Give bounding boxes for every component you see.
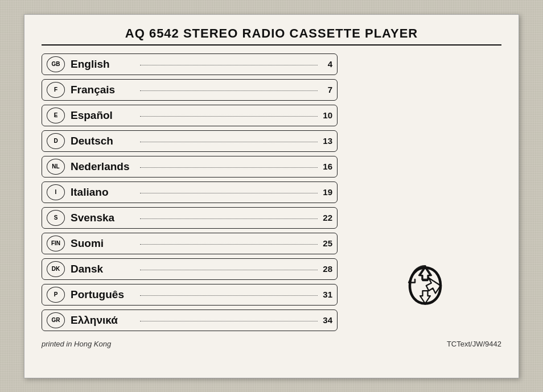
right-panel [349,53,501,335]
toc-item: EEspañol10 [42,105,338,126]
footer-printed: printed in Hong Kong [42,340,111,348]
content-area: GBEnglish4FFrançais7EEspañol10DDeutsch13… [42,53,501,335]
toc-item: NLNederlands16 [42,156,338,178]
toc-item: GBEnglish4 [42,53,338,75]
dot-leader [140,193,318,193]
language-name: Suomi [71,237,133,250]
language-name: Français [71,84,133,96]
country-badge: NL [47,159,65,175]
country-badge: DK [47,261,65,277]
dot-leader [140,244,318,245]
language-name: Nederlands [71,160,133,173]
toc-item: FFrançais7 [42,79,338,101]
language-name: Dansk [71,263,133,275]
recycle-icon [400,260,451,313]
page-number: 16 [321,162,332,171]
page-number: 28 [321,264,332,274]
page-number: 10 [321,110,332,120]
language-name: English [71,58,133,71]
dot-leader [140,116,318,117]
toc-item: DKDansk28 [42,258,338,280]
toc-item: FINSuomi25 [42,233,338,254]
dot-leader [140,65,318,65]
country-badge: S [47,210,65,226]
toc-item: DDeutsch13 [42,130,338,152]
page-number: 4 [321,59,332,69]
page-number: 31 [321,290,332,299]
page-number: 25 [321,238,332,248]
dot-leader [140,142,318,142]
dot-leader [140,167,318,168]
dot-leader [140,321,318,321]
page-container: AQ 6542 STEREO RADIO CASSETTE PLAYER GBE… [24,14,519,378]
page-number: 7 [321,85,332,94]
footer-area: printed in Hong Kong TCText/JW/9442 [42,340,501,348]
language-name: Deutsch [71,135,133,147]
country-badge: E [47,108,65,123]
toc-item: PPortuguês31 [42,284,338,306]
language-name: Italiano [71,186,133,199]
page-number: 22 [321,213,332,222]
language-name: Svenska [71,212,133,224]
page-number: 19 [321,187,332,197]
page-title: AQ 6542 STEREO RADIO CASSETTE PLAYER [42,26,501,46]
dot-leader [140,90,318,91]
page-number: 34 [321,315,332,325]
country-badge: F [47,82,65,98]
language-name: Español [71,109,133,122]
country-badge: I [47,184,65,200]
dot-leader [140,218,318,219]
country-badge: D [47,133,65,149]
country-badge: GB [47,56,65,72]
dot-leader [140,295,318,296]
toc-item: IItaliano19 [42,181,338,203]
language-name: Português [71,288,133,301]
country-badge: P [47,287,65,303]
toc-item: GRΕλληνικά34 [42,310,338,331]
toc-item: SSvenska22 [42,207,338,229]
dot-leader [140,270,318,270]
language-name: Ελληνικά [71,314,133,327]
page-number: 13 [321,136,332,146]
country-badge: GR [47,312,65,328]
footer-code: TCText/JW/9442 [447,340,501,348]
toc-list: GBEnglish4FFrançais7EEspañol10DDeutsch13… [42,53,338,335]
country-badge: FIN [47,236,65,251]
